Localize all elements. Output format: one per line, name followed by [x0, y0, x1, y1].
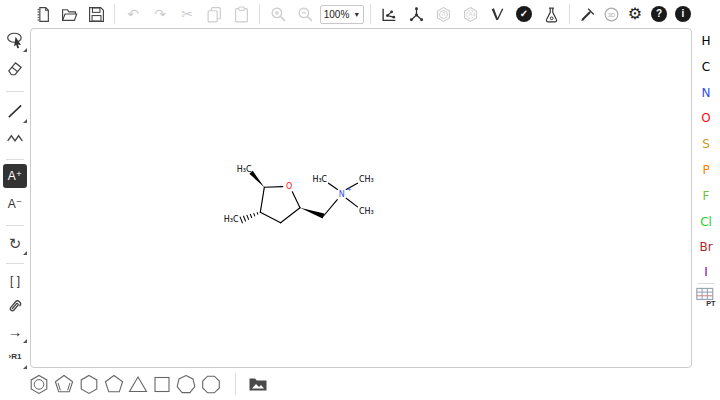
- caret-down-icon: ▼: [353, 11, 360, 18]
- element-button-s[interactable]: S: [694, 133, 718, 155]
- check-icon: ✓: [516, 6, 532, 22]
- stereo-button[interactable]: [485, 2, 509, 26]
- 3d-viewer-icon: 3D: [603, 6, 620, 23]
- save-button[interactable]: [84, 2, 108, 26]
- layout-icon: [381, 6, 398, 23]
- charge-minus-button[interactable]: A⁻: [3, 192, 27, 216]
- element-button-p[interactable]: P: [694, 159, 718, 181]
- top-toolbar: ↶ ↷ ✂: [0, 0, 720, 28]
- reaction-arrow-button[interactable]: →: [3, 319, 27, 343]
- template-cycloheptane-button[interactable]: [175, 373, 197, 395]
- rgroup-icon: ›R1: [9, 353, 22, 361]
- template-cyclooctane-button[interactable]: [200, 373, 222, 395]
- template-library-button[interactable]: [247, 373, 269, 395]
- element-button-n[interactable]: N: [694, 82, 718, 104]
- atom-label[interactable]: CH₃: [359, 175, 374, 184]
- element-button-c[interactable]: C: [694, 56, 718, 78]
- cut-button[interactable]: ✂: [175, 2, 199, 26]
- check-structure-button[interactable]: ✓: [512, 2, 536, 26]
- lasso-select-icon: [6, 31, 24, 49]
- divider: [370, 4, 371, 24]
- single-bond-icon: [6, 102, 24, 120]
- about-button[interactable]: i: [672, 2, 694, 26]
- charge-plus-button[interactable]: A⁺: [3, 164, 27, 188]
- cycloheptane-icon: [175, 373, 197, 395]
- dearomatize-icon: A: [462, 6, 479, 23]
- charge-plus-icon: A⁺: [8, 170, 22, 182]
- divider: [259, 4, 260, 24]
- rotate-button[interactable]: ↻: [3, 231, 27, 255]
- charge-minus-icon: A⁻: [8, 198, 22, 210]
- cyclobutane-icon: [151, 373, 173, 395]
- periodic-table-button[interactable]: PT: [695, 286, 717, 308]
- element-button-h[interactable]: H: [694, 30, 718, 52]
- dropdown-corner-icon: [23, 119, 27, 123]
- dropdown-corner-icon: [23, 251, 27, 255]
- zoom-out-button[interactable]: [293, 2, 317, 26]
- template-cyclopropane-button[interactable]: [127, 373, 149, 395]
- chain-button[interactable]: [3, 126, 27, 150]
- element-button-br[interactable]: Br: [694, 236, 718, 258]
- help-button[interactable]: ?: [648, 2, 670, 26]
- atom-label-oxygen[interactable]: O: [286, 182, 292, 191]
- redo-icon: ↷: [154, 7, 166, 21]
- template-cyclopentadiene-button[interactable]: [53, 373, 75, 395]
- erase-button[interactable]: [3, 56, 27, 80]
- paste-button[interactable]: [229, 2, 253, 26]
- layout-button[interactable]: [377, 2, 401, 26]
- edit-group: ↶ ↷ ✂: [121, 2, 253, 26]
- single-bond-button[interactable]: [3, 99, 27, 123]
- arrow-right-icon: →: [8, 324, 23, 339]
- divider: [6, 91, 24, 92]
- svg-text:A: A: [441, 11, 445, 17]
- open-button[interactable]: [57, 2, 81, 26]
- atom-label[interactable]: CH₃: [359, 207, 374, 216]
- clear-canvas-button[interactable]: [30, 2, 54, 26]
- element-button-i[interactable]: I: [694, 261, 718, 283]
- attachment-point-button[interactable]: [3, 295, 27, 319]
- divider: [698, 283, 714, 284]
- right-toolbar: H C N O S P F Cl Br I PT: [692, 28, 720, 368]
- drawing-canvas[interactable]: H₃C H₃C O H₃C CH₃ CH₃ N +: [30, 28, 692, 368]
- left-toolbar: A⁺ A⁻ ↻ [ ] → ›R1: [0, 28, 30, 368]
- atom-label[interactable]: H₃C: [312, 175, 327, 184]
- atom-label[interactable]: H₃C: [224, 215, 239, 224]
- template-cyclopentane-button[interactable]: [103, 373, 125, 395]
- lasso-select-button[interactable]: [3, 28, 27, 52]
- dearomatize-button[interactable]: A: [458, 2, 482, 26]
- atom-label[interactable]: H₃C: [237, 165, 252, 174]
- template-cyclobutane-button[interactable]: [151, 373, 173, 395]
- calculated-values-button[interactable]: [539, 2, 563, 26]
- sgroup-brackets-button[interactable]: [ ]: [3, 269, 27, 293]
- zoom-level-select[interactable]: 100%▼: [320, 5, 364, 24]
- 3d-viewer-button[interactable]: 3D: [600, 2, 622, 26]
- chain-icon: [6, 129, 24, 147]
- cyclopentadiene-icon: [53, 373, 75, 395]
- clean-up-icon: [408, 6, 425, 23]
- copy-button[interactable]: [202, 2, 226, 26]
- rotate-icon: ↻: [9, 236, 22, 251]
- redo-button[interactable]: ↷: [148, 2, 172, 26]
- clean-up-button[interactable]: [404, 2, 428, 26]
- cyclooctane-icon: [200, 373, 222, 395]
- molecule-hash-bond[interactable]: [240, 210, 259, 223]
- svg-text:3D: 3D: [607, 11, 614, 17]
- template-library-icon: [248, 374, 268, 394]
- settings-button[interactable]: ⚙: [624, 2, 646, 26]
- open-folder-icon: [61, 6, 78, 23]
- undo-button[interactable]: ↶: [121, 2, 145, 26]
- zoom-in-button[interactable]: [266, 2, 290, 26]
- divider: [114, 4, 115, 24]
- atom-label-nitrogen[interactable]: N: [339, 190, 345, 199]
- element-button-o[interactable]: O: [694, 107, 718, 129]
- template-benzene-button[interactable]: [28, 373, 50, 395]
- rgroup-button[interactable]: ›R1: [3, 345, 27, 369]
- template-cyclohexane-button[interactable]: [78, 373, 100, 395]
- element-button-f[interactable]: F: [694, 185, 718, 207]
- aromatize-button[interactable]: A: [431, 2, 455, 26]
- zoom-in-icon: [270, 6, 287, 23]
- divider: [569, 4, 570, 24]
- pen-tool-button[interactable]: [576, 2, 598, 26]
- element-button-cl[interactable]: Cl: [694, 211, 718, 233]
- divider: [6, 263, 24, 264]
